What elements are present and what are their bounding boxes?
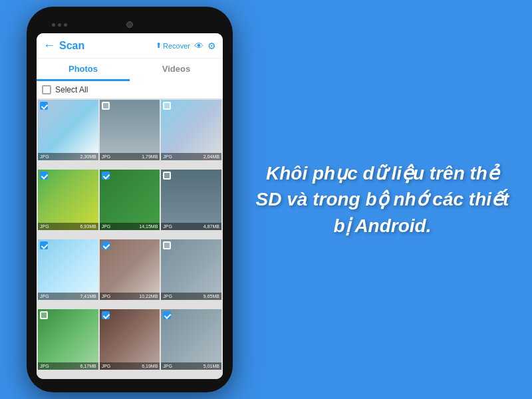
photo-type: JPG — [40, 154, 49, 159]
photo-type: JPG — [40, 224, 49, 229]
tab-photos[interactable]: Photos — [37, 59, 130, 81]
photo-meta: JPG14,15MB — [100, 223, 160, 230]
photo-cell[interactable]: JPG9,65MB — [161, 239, 221, 300]
select-all-label: Select All — [55, 85, 88, 94]
photo-checkbox[interactable] — [163, 172, 171, 180]
photo-size: 2,30MB — [80, 154, 96, 159]
back-button[interactable]: ← — [43, 39, 55, 53]
photo-cell[interactable]: JPG2,30MB — [38, 100, 98, 160]
right-text-panel: Khôi phục dữ liệu trên thẻ SD và trong b… — [233, 147, 532, 252]
photo-grid: JPG2,30MBJPG1,79MBJPG2,04MBJPG6,93MBJPG1… — [37, 98, 223, 379]
photo-checkbox[interactable] — [163, 102, 171, 110]
photo-size: 6,93MB — [80, 224, 96, 229]
photo-size: 14,15MB — [139, 224, 158, 229]
photo-meta: JPG2,30MB — [38, 153, 98, 160]
photo-checkbox[interactable] — [102, 102, 110, 110]
photo-cell[interactable]: JPG5,01MB — [161, 309, 221, 370]
photo-checkbox[interactable] — [40, 311, 48, 319]
photo-type: JPG — [102, 364, 111, 368]
phone-dots — [52, 23, 67, 27]
photo-type: JPG — [163, 224, 172, 229]
photo-cell[interactable]: JPG1,79MB — [100, 100, 160, 160]
photo-type: JPG — [40, 364, 49, 368]
app-bar: ← Scan ⬆ Recover 👁 ⚙ — [37, 33, 223, 59]
photo-cell[interactable]: JPG6,17MB — [38, 309, 98, 370]
photo-checkbox[interactable] — [40, 172, 48, 180]
promo-text: Khôi phục dữ liệu trên thẻ SD và trong b… — [253, 160, 512, 239]
tab-videos[interactable]: Videos — [130, 59, 223, 81]
photo-cell[interactable]: JPG6,93MB — [38, 170, 98, 230]
photo-checkbox[interactable] — [102, 241, 110, 249]
phone-dot-2 — [58, 23, 61, 27]
photo-cell[interactable]: JPG4,87MB — [161, 170, 221, 230]
photo-size: 2,04MB — [203, 154, 219, 159]
photo-checkbox[interactable] — [40, 102, 48, 110]
photo-size: 10,22MB — [139, 294, 158, 299]
photo-cell[interactable]: JPG14,15MB — [100, 170, 160, 230]
phone-notch-bar — [32, 19, 227, 31]
photo-cell[interactable]: JPG10,22MB — [100, 239, 160, 300]
photo-cell[interactable]: JPG2,04MB — [161, 100, 221, 160]
photo-checkbox[interactable] — [163, 311, 171, 319]
photo-meta: JPG6,19MB — [100, 362, 160, 370]
photo-checkbox[interactable] — [102, 311, 110, 319]
photo-meta: JPG6,93MB — [38, 223, 98, 230]
photo-meta: JPG1,79MB — [100, 153, 160, 160]
photo-type: JPG — [102, 224, 111, 229]
photo-type: JPG — [163, 294, 172, 299]
photo-type: JPG — [163, 364, 172, 368]
recover-button[interactable]: ⬆ Recover — [156, 41, 190, 50]
photo-meta: JPG5,01MB — [161, 362, 221, 370]
select-all-checkbox[interactable] — [42, 85, 51, 94]
photo-size: 7,41MB — [80, 294, 96, 299]
photo-type: JPG — [102, 294, 111, 299]
photo-cell[interactable]: JPG7,41MB — [38, 239, 98, 300]
phone-shell: ← Scan ⬆ Recover 👁 ⚙ Photos Videos Selec… — [27, 7, 233, 392]
phone-dot-1 — [52, 23, 55, 27]
photo-meta: JPG10,22MB — [100, 293, 160, 300]
recover-label: Recover — [163, 42, 190, 50]
photo-meta: JPG6,17MB — [38, 362, 98, 370]
photo-checkbox[interactable] — [40, 241, 48, 249]
photo-size: 6,19MB — [142, 364, 158, 368]
settings-icon[interactable]: ⚙ — [207, 41, 216, 51]
photo-type: JPG — [102, 154, 111, 159]
select-all-row[interactable]: Select All — [37, 81, 223, 98]
photo-type: JPG — [40, 294, 49, 299]
photo-size: 1,79MB — [142, 154, 158, 159]
photo-meta: JPG2,04MB — [161, 153, 221, 160]
app-title: Scan — [59, 40, 152, 52]
photo-checkbox[interactable] — [163, 241, 171, 249]
photo-size: 5,01MB — [203, 364, 219, 368]
photo-type: JPG — [163, 154, 172, 159]
photo-size: 6,17MB — [80, 364, 96, 368]
photo-meta: JPG9,65MB — [161, 293, 221, 300]
photo-size: 4,87MB — [203, 224, 219, 229]
photo-meta: JPG4,87MB — [161, 223, 221, 230]
eye-icon[interactable]: 👁 — [194, 41, 203, 51]
tabs: Photos Videos — [37, 59, 223, 81]
photo-cell[interactable]: JPG6,19MB — [100, 309, 160, 370]
photo-checkbox[interactable] — [102, 172, 110, 180]
recover-icon: ⬆ — [156, 41, 162, 50]
phone-dot-3 — [64, 23, 67, 27]
phone-camera — [126, 21, 133, 28]
photo-size: 9,65MB — [203, 294, 219, 299]
photo-meta: JPG7,41MB — [38, 293, 98, 300]
phone-screen: ← Scan ⬆ Recover 👁 ⚙ Photos Videos Selec… — [37, 33, 223, 379]
